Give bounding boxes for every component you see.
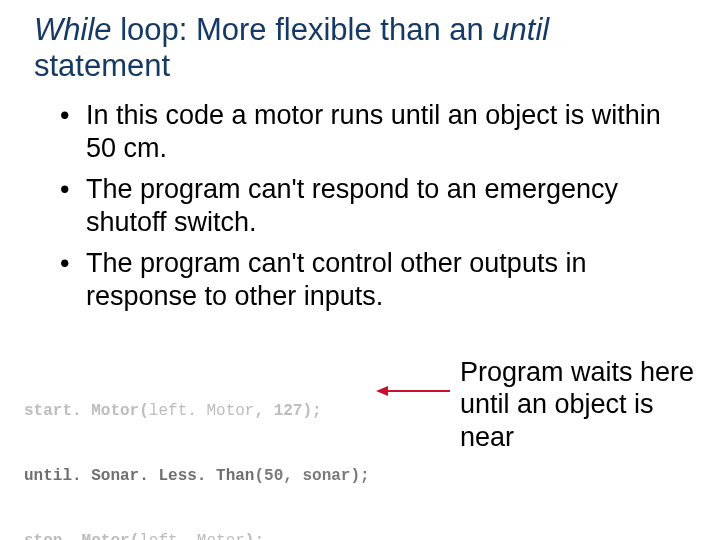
title-seg1: loop: More flexible than an [112,12,493,47]
title-italic-until: until [492,12,549,47]
annotation-text: Program waits here until an object is ne… [460,356,700,453]
title-italic-while: While [34,12,112,47]
code-line-3: stop. Motor(left. Motor); [24,531,370,540]
title-seg2: statement [34,48,170,83]
bullet-item: The program can't respond to an emergenc… [60,173,680,239]
svg-marker-1 [376,386,388,396]
bullet-item: The program can't control other outputs … [60,247,680,313]
code-line-2: until. Sonar. Less. Than(50, sonar); [24,466,370,488]
code-block: start. Motor(left. Motor, 127); until. S… [24,358,370,540]
code-line-1: start. Motor(left. Motor, 127); [24,401,370,423]
slide-title: While loop: More flexible than an until … [0,0,720,87]
bullet-list: In this code a motor runs until an objec… [0,87,720,313]
bullet-item: In this code a motor runs until an objec… [60,99,680,165]
arrow-icon [376,386,450,396]
